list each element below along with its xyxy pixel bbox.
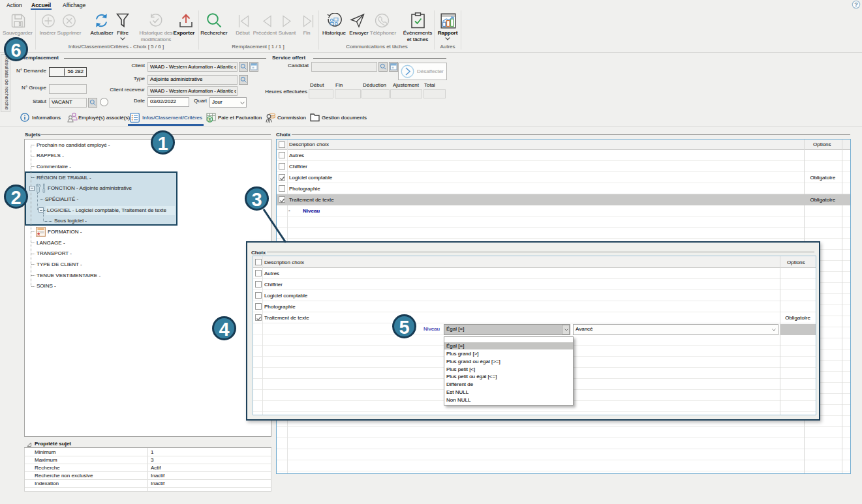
svg-text:?: ? <box>854 1 858 8</box>
svg-text:$: $ <box>208 117 211 123</box>
